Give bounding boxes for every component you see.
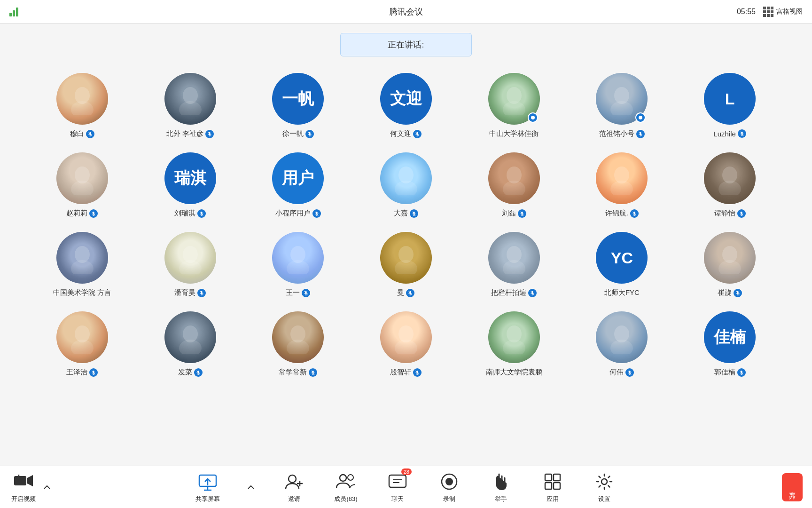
avatar <box>380 311 432 363</box>
participant-name: 何伟 <box>609 368 634 377</box>
participant-name: 刘磊 <box>502 209 526 218</box>
apps-button[interactable]: 应用 <box>539 471 567 503</box>
video-expand-button[interactable] <box>41 482 53 493</box>
top-bar-right: 05:55 宫格视图 <box>737 7 803 17</box>
participant-name: 潘育昊 <box>174 288 206 297</box>
avatar-wrap: 用户 <box>272 152 324 204</box>
svg-rect-157 <box>545 474 552 481</box>
participant-item: 刘磊 <box>460 145 568 225</box>
raise-hand-icon <box>491 471 511 492</box>
toolbar-left: 开启视频 <box>9 471 53 503</box>
avatar-wrap <box>164 232 216 284</box>
participant-name: 北师大FYC <box>604 288 640 297</box>
participant-name: 中山大学林佳衡 <box>489 129 539 138</box>
avatar <box>380 152 432 204</box>
participant-name: 把栏杆拍遍 <box>491 288 537 297</box>
avatar-wrap <box>272 232 324 284</box>
apps-icon <box>542 471 563 492</box>
members-button[interactable]: 成员(83) <box>332 471 360 503</box>
settings-button[interactable]: 设置 <box>590 471 618 503</box>
participant-name: 徐一帆 <box>282 129 314 138</box>
participant-name: 崔旋 <box>718 288 742 297</box>
avatar-wrap: 一帆 <box>272 73 324 125</box>
svg-point-161 <box>601 479 607 484</box>
participant-name: 殷智轩 <box>390 368 422 377</box>
members-icon <box>336 471 356 492</box>
speaking-box: 正在讲话: <box>340 33 472 56</box>
invite-button[interactable]: 邀请 <box>280 471 308 503</box>
svg-point-99 <box>718 260 741 274</box>
app-title: 腾讯会议 <box>389 6 423 17</box>
avatar <box>56 73 108 125</box>
toolbar-right: 离 开 <box>782 473 803 501</box>
avatar-wrap <box>272 311 324 363</box>
avatar: 文迎 <box>380 73 432 125</box>
grid-view-label: 宫格视图 <box>776 8 803 16</box>
avatar-wrap <box>380 311 432 363</box>
participant-name: 大嘉 <box>394 209 418 218</box>
invite-icon <box>284 471 304 492</box>
mic-muted-icon <box>518 209 526 218</box>
avatar <box>56 311 108 363</box>
svg-point-22 <box>531 116 535 119</box>
mic-muted-icon <box>738 129 746 138</box>
share-screen-expand[interactable] <box>245 482 257 493</box>
chat-badge: 28 <box>401 468 412 475</box>
svg-marker-141 <box>27 475 33 486</box>
svg-point-105 <box>71 340 94 354</box>
avatar <box>596 311 648 363</box>
speaking-label: 正在讲话: <box>388 40 424 49</box>
chevron-up-icon2 <box>247 484 255 491</box>
invite-icon-wrap <box>284 471 304 492</box>
participant-name: 刘瑞淇 <box>174 209 206 218</box>
avatar-wrap <box>380 232 432 284</box>
participant-item: 大嘉 <box>352 145 460 225</box>
members-icon-wrap <box>336 471 356 492</box>
participant-item: 把栏杆拍遍 <box>460 225 568 304</box>
avatar-wrap <box>164 311 216 363</box>
svg-point-7 <box>179 101 202 115</box>
svg-point-151 <box>348 475 353 480</box>
open-video-button[interactable]: 开启视频 <box>9 471 38 503</box>
chevron-up-icon <box>43 484 51 491</box>
svg-rect-140 <box>14 476 26 485</box>
participant-item: 何伟 <box>568 304 676 384</box>
open-video-label: 开启视频 <box>11 495 36 503</box>
raise-hand-button[interactable]: 举手 <box>487 471 515 503</box>
share-screen-icon <box>197 471 218 492</box>
participant-item: 曼 <box>352 225 460 304</box>
mic-muted-icon <box>194 368 203 377</box>
participant-item: 一帆徐一帆 <box>244 66 352 145</box>
avatar-wrap <box>704 232 756 284</box>
mic-muted-icon <box>410 209 418 218</box>
avatar-wrap <box>56 232 108 284</box>
participant-item: 赵莉莉 <box>28 145 136 225</box>
participant-item: 殷智轩 <box>352 304 460 384</box>
svg-point-111 <box>179 340 202 354</box>
mic-muted-icon <box>312 209 321 218</box>
mic-muted-icon <box>625 368 634 377</box>
avatar-wrap <box>596 152 648 204</box>
participant-item: 佳楠郭佳楠 <box>676 304 784 384</box>
mic-muted-icon <box>630 209 639 218</box>
mic-muted-icon <box>302 289 310 297</box>
top-bar-left <box>9 7 18 16</box>
svg-point-35 <box>71 181 94 195</box>
participant-item: 许锦航. <box>568 145 676 225</box>
participant-item: 穆白 <box>28 66 136 145</box>
record-button[interactable]: 录制 <box>435 471 463 503</box>
share-screen-button[interactable]: 共享屏幕 <box>194 471 222 503</box>
chat-label: 聊天 <box>391 495 404 503</box>
mic-muted-icon <box>413 130 422 138</box>
chat-button[interactable]: 28 聊天 <box>383 471 412 503</box>
avatar: 瑞淇 <box>164 152 216 204</box>
participant-name: 王一 <box>286 288 310 297</box>
avatar: 佳楠 <box>704 311 756 363</box>
svg-point-49 <box>395 181 417 195</box>
grid-view-toggle[interactable]: 宫格视图 <box>763 7 803 17</box>
avatar-wrap: 文迎 <box>380 73 432 125</box>
avatar <box>704 152 756 204</box>
mic-muted-icon <box>205 130 214 138</box>
participant-item: 中国美术学院 方言 <box>28 225 136 304</box>
leave-button[interactable]: 离 开 <box>782 473 803 501</box>
